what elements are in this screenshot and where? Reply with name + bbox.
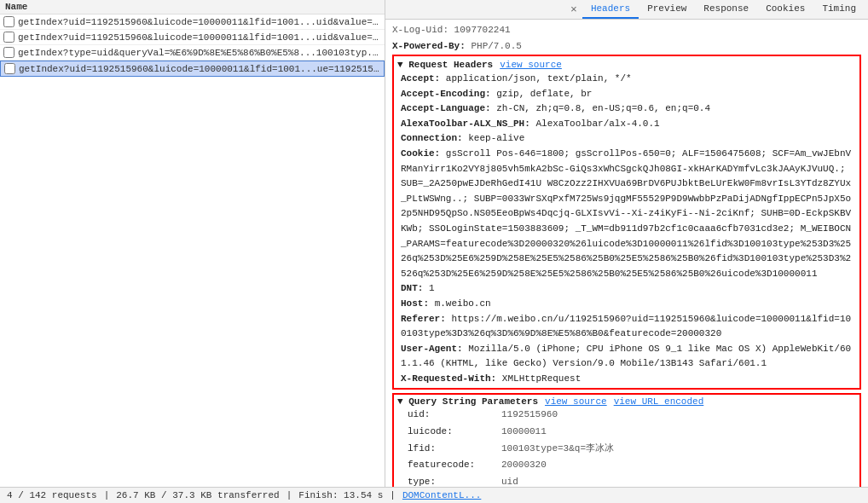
list-item[interactable]: getIndex?type=uid&queryVal=%E6%9D%8E%E5%… [0, 45, 385, 61]
left-panel-header: Name [0, 0, 385, 14]
request-header-rows: Accept: application/json, text/plain, */… [394, 72, 859, 386]
request-header-row: X-Requested-With: XMLHttpRequest [394, 372, 859, 387]
param-value: 20000320 [501, 458, 547, 473]
left-panel-title: Name [5, 2, 379, 12]
header-key: DNT: [401, 283, 423, 293]
param-value: uid [501, 475, 518, 487]
header-key: Host: [401, 298, 429, 309]
header-value: keep-alive [468, 133, 524, 143]
status-bar: 4 / 142 requests | 26.7 KB / 37.3 KB tra… [0, 487, 868, 503]
header-value: m.weibo.cn [435, 298, 491, 309]
request-header-row: Accept-Language: zh-CN, zh;q=0.8, en-US;… [394, 101, 859, 117]
tab-headers[interactable]: Headers [582, 0, 639, 19]
list-item-text: getIndex?uid=1192515960&luicode=10000011… [19, 64, 380, 74]
query-params-view-url[interactable]: view URL encoded [614, 396, 704, 407]
request-header-row: Host: m.weibo.cn [394, 297, 859, 312]
header-value: application/json, text/plain, */* [446, 73, 632, 84]
tab-cookies[interactable]: Cookies [757, 0, 813, 19]
query-param-row: type:uid [394, 474, 859, 487]
request-headers-view-source[interactable]: view source [500, 60, 562, 70]
header-value: Mozilla/5.0 (iPhone; CPU iPhone OS 9_1 l… [401, 344, 851, 369]
param-key: type: [408, 475, 501, 487]
separator1: | [104, 490, 110, 500]
param-value: 100103type=3&q=李冰冰 [501, 442, 614, 457]
header-value: gsScroll Pos-646=1800; gsScrollPos-650=0… [401, 148, 851, 279]
request-header-row: Accept: application/json, text/plain, */… [394, 72, 859, 87]
param-value: 1192515960 [501, 408, 558, 423]
data-info: 26.7 KB / 37.3 KB transferred [116, 490, 279, 500]
network-requests-list[interactable]: getIndex?uid=1192515960&luicode=10000011… [0, 14, 385, 487]
header-key: X-Requested-With: [401, 373, 496, 384]
request-headers-title: ▼ Request Headers [397, 60, 493, 70]
query-string-params-section: ▼ Query String Parameters view source vi… [392, 393, 861, 487]
query-param-rows: uid:1192515960luicode:10000011lfid:10010… [394, 407, 859, 487]
request-headers-header: ▼ Request Headers view source [394, 58, 859, 72]
header-key: Accept-Encoding: [401, 89, 491, 99]
tab-preview[interactable]: Preview [639, 0, 695, 19]
requests-info: 4 / 142 requests [7, 490, 97, 500]
list-item[interactable]: getIndex?uid=1192515960&luicode=10000011… [0, 14, 385, 30]
header-key: Connection: [401, 133, 463, 143]
x-log-uid-value: X-Log-Uid: 1097702241 [392, 25, 511, 35]
list-item-text: getIndex?type=uid&queryVal=%E6%9D%8E%E5%… [18, 48, 381, 58]
finish-info: Finish: 13.54 s [298, 490, 383, 500]
list-item-text: getIndex?uid=1192515960&luicode=10000011… [18, 17, 381, 27]
param-key: uid: [408, 408, 501, 423]
list-item-checkbox[interactable] [3, 47, 14, 58]
separator2: | [286, 490, 292, 500]
request-headers-section: ▼ Request Headers view source Accept: ap… [392, 55, 861, 390]
list-item[interactable]: getIndex?uid=1192515960&luicode=10000011… [0, 30, 385, 45]
request-header-row: Accept-Encoding: gzip, deflate, br [394, 87, 859, 102]
header-key: Accept-Language: [401, 103, 491, 113]
query-params-view-source[interactable]: view source [545, 396, 607, 407]
tab-timing[interactable]: Timing [813, 0, 865, 19]
query-params-header: ▼ Query String Parameters view source vi… [394, 396, 859, 407]
x-log-uid-row: X-Log-Uid: 1097702241 [392, 23, 861, 38]
query-param-row: luicode:10000011 [394, 424, 859, 441]
list-item-checkbox[interactable] [3, 16, 14, 27]
param-key: lfid: [408, 442, 501, 457]
param-key: luicode: [408, 425, 501, 440]
separator3: | [390, 490, 396, 500]
param-value: 10000011 [501, 425, 547, 440]
header-key: User-Agent: [401, 344, 463, 354]
request-header-row: Referer: https://m.weibo.cn/u/1192515960… [394, 312, 859, 342]
right-content: X-Log-Uid: 1097702241 X-Powered-By: PHP/… [385, 20, 868, 487]
header-value: AlexaToolbar/alx-4.0.1 [535, 119, 659, 129]
x-powered-by-row: X-Powered-By: PHP/7.0.5 [392, 39, 861, 54]
list-item[interactable]: getIndex?uid=1192515960&luicode=10000011… [0, 61, 385, 77]
param-key: featurecode: [408, 458, 501, 473]
query-param-row: lfid:100103type=3&q=李冰冰 [394, 441, 859, 458]
request-header-row: Cookie: gsScroll Pos-646=1800; gsScrollP… [394, 147, 859, 281]
x-powered-by-value: PHP/7.0.5 [471, 41, 521, 51]
list-item-text: getIndex?uid=1192515960&luicode=10000011… [18, 32, 381, 43]
left-panel: Name getIndex?uid=1192515960&luicode=100… [0, 0, 385, 487]
header-key: Cookie: [401, 148, 440, 159]
tab-response[interactable]: Response [695, 0, 757, 19]
header-value: gzip, deflate, br [496, 89, 592, 99]
query-param-row: featurecode:20000320 [394, 457, 859, 474]
query-param-row: uid:1192515960 [394, 407, 859, 424]
x-powered-by-key: X-Powered-By: [392, 41, 466, 51]
request-header-row: User-Agent: Mozilla/5.0 (iPhone; CPU iPh… [394, 342, 859, 372]
query-params-title: ▼ Query String Parameters [397, 396, 538, 407]
right-panel: × Headers Preview Response Cookies Timin… [385, 0, 868, 487]
main-container: Name getIndex?uid=1192515960&luicode=100… [0, 0, 868, 487]
header-value: XMLHttpRequest [502, 373, 581, 384]
list-item-checkbox[interactable] [4, 63, 15, 74]
close-button[interactable]: × [565, 3, 582, 16]
tabs-bar: × Headers Preview Response Cookies Timin… [385, 0, 868, 20]
dom-content-link[interactable]: DOMContentL... [402, 490, 481, 500]
request-header-row: AlexaToolbar-ALX_NS_PH: AlexaToolbar/alx… [394, 117, 859, 132]
header-key: Referer: [401, 314, 446, 324]
header-value: https://m.weibo.cn/u/1192515960?uid=1192… [401, 314, 851, 339]
header-key: AlexaToolbar-ALX_NS_PH: [401, 119, 530, 129]
header-value: zh-CN, zh;q=0.8, en-US;q=0.6, en;q=0.4 [496, 103, 710, 113]
list-item-checkbox[interactable] [3, 32, 14, 43]
header-value: 1 [429, 283, 435, 293]
request-header-row: Connection: keep-alive [394, 131, 859, 147]
header-key: Accept: [401, 73, 440, 84]
request-header-row: DNT: 1 [394, 281, 859, 297]
